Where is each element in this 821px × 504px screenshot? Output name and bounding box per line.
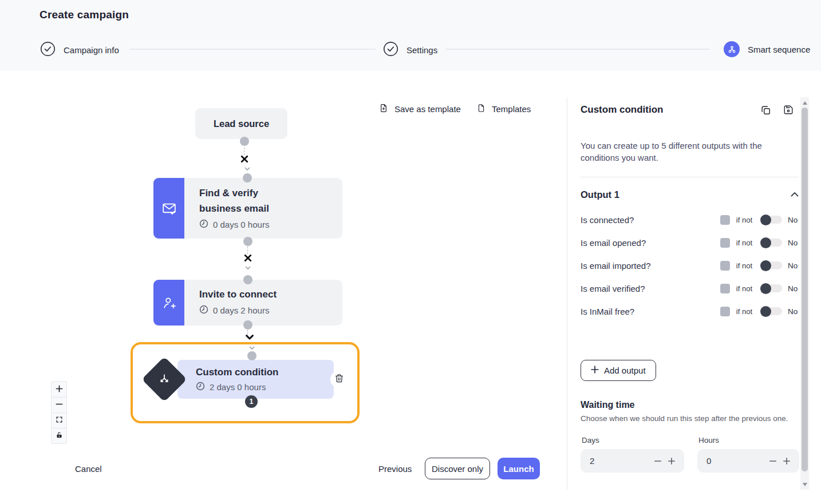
arrowhead-icon [245,266,251,271]
node-lead-source[interactable]: Lead source [195,108,287,139]
toggle-value-label: No [788,261,799,270]
zoom-in-button[interactable] [52,382,66,397]
if-not-label: if not [736,216,752,224]
save-as-template-button[interactable]: Save as template [379,103,461,115]
panel-divider [567,97,567,490]
add-output-label: Add output [604,366,646,375]
condition-toggle[interactable] [760,284,782,292]
toggle-value-label: No [788,284,799,293]
email-check-icon [153,178,184,239]
chevron-up-icon [790,190,799,200]
output-title: Output 1 [581,189,619,200]
file-plus-icon [379,103,388,115]
file-icon [477,103,486,115]
output-count-badge: 1 [245,395,258,408]
condition-checkbox[interactable] [720,215,730,225]
condition-checkbox[interactable] [720,238,730,248]
launch-button[interactable]: Launch [498,458,540,479]
clock-icon [199,305,208,316]
days-increment-button[interactable] [665,454,678,468]
flow-controls [51,381,67,444]
step-smart-sequence[interactable]: Smart sequence [724,41,810,57]
templates-button[interactable]: Templates [477,103,531,115]
toggle-knob [760,283,771,294]
node-title: Custom condition [196,364,334,380]
if-not-label: if not [736,239,752,247]
days-input[interactable] [589,455,651,466]
node-find-verify-email[interactable]: Find & verify business email 0 days 0 ho… [153,178,342,239]
node-delay: 0 days 2 hours [213,305,269,315]
toggle-knob [760,237,771,248]
condition-toggle[interactable] [760,239,782,247]
chevron-down-icon[interactable] [245,334,254,341]
connection-handle[interactable] [243,320,252,330]
hours-input[interactable] [705,455,766,466]
discover-only-button[interactable]: Discover only [425,458,490,479]
days-decrement-button[interactable] [651,454,665,468]
if-not-label: if not [736,307,752,316]
create-campaign-page: Create campaign Campaign info Settings S… [0,0,821,504]
output-section-header[interactable]: Output 1 [581,189,799,200]
connection-handle[interactable] [240,137,249,146]
toggle-knob [760,260,771,271]
if-not-label: if not [736,284,752,293]
trash-icon [334,374,344,386]
panel-title: Custom condition [581,104,663,116]
zoom-out-button[interactable] [52,397,66,412]
sequence-icon [724,41,740,57]
connection-handle[interactable] [243,237,252,246]
save-step-button[interactable] [783,105,794,117]
connection-handle[interactable] [243,275,252,284]
step-settings[interactable]: Settings [383,41,437,58]
delete-node-button[interactable] [330,371,348,388]
condition-toggle[interactable] [760,261,782,269]
condition-toggle[interactable] [760,307,782,315]
connection-handle[interactable] [247,351,256,360]
scrollbar-up-button[interactable] [800,98,809,107]
hours-increment-button[interactable] [780,454,794,468]
lock-icon [56,431,63,441]
condition-row: Is connected? if not No [581,208,799,231]
scrollbar-thumb[interactable] [802,108,808,471]
if-not-label: if not [736,261,752,270]
condition-label: Is email verified? [581,284,645,293]
condition-label: Is connected? [581,215,634,225]
panel-scrollbar [800,97,809,490]
condition-list: Is connected? if not No Is email opened?… [581,208,799,323]
remove-link-icon[interactable] [243,253,252,263]
node-delay: 2 days 0 hours [210,382,266,392]
condition-row: Is email imported? if not No [581,254,799,277]
node-title: Find & verify business email [199,185,294,216]
duplicate-step-button[interactable] [760,105,771,118]
condition-checkbox[interactable] [720,261,730,271]
condition-row: Is InMail free? if not No [581,300,799,323]
hours-decrement-button[interactable] [766,454,780,468]
connection-handle[interactable] [243,173,252,182]
arrowhead-icon [244,167,250,172]
days-field [581,449,684,473]
previous-button[interactable]: Previous [378,464,412,474]
lock-interactivity-button[interactable] [52,428,66,443]
check-circle-icon [40,41,56,58]
save-icon [783,105,794,117]
condition-checkbox[interactable] [720,284,730,293]
remove-link-icon[interactable] [240,154,249,164]
condition-checkbox[interactable] [720,307,730,316]
clock-icon [199,219,208,230]
cancel-button[interactable]: Cancel [75,464,102,474]
condition-toggle[interactable] [760,216,782,224]
section-divider [581,177,799,177]
step-campaign-info[interactable]: Campaign info [40,41,119,58]
add-output-button[interactable]: Add output [581,360,656,381]
step-label: Smart sequence [748,45,810,54]
waiting-time-title: Waiting time [581,400,635,410]
triangle-down-icon [803,483,807,486]
toggle-value-label: No [788,216,799,224]
arrowhead-icon [249,346,255,351]
scrollbar-down-button[interactable] [800,480,809,489]
fit-view-button[interactable] [52,412,66,428]
node-invite-to-connect[interactable]: Invite to connect 0 days 2 hours [153,280,342,326]
save-as-template-label: Save as template [394,104,461,114]
node-custom-condition[interactable]: Custom condition 2 days 0 hours [177,360,334,399]
plus-icon [591,366,599,375]
